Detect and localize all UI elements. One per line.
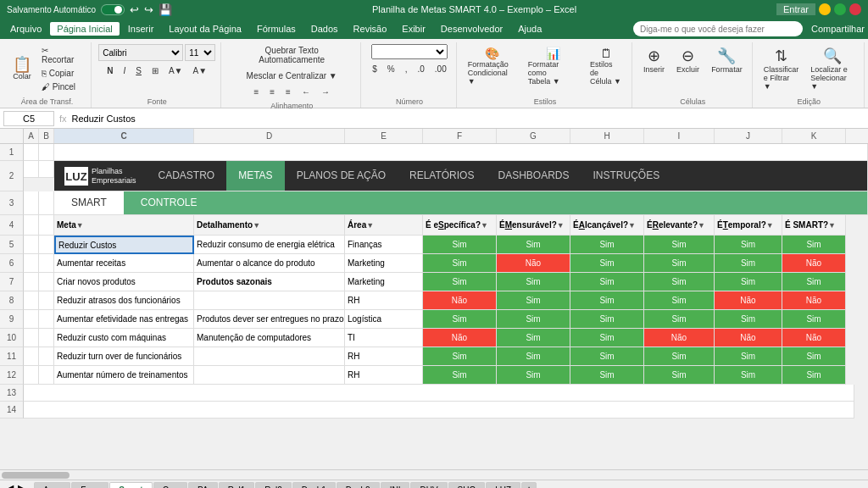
cell-a10[interactable] xyxy=(24,329,39,347)
cell-area-5[interactable]: Finanças xyxy=(345,236,423,254)
find-select-button[interactable]: 🔍 Localizar eSelecionar ▼ xyxy=(806,44,859,93)
minimize-button[interactable] xyxy=(819,3,831,15)
nav-instrucoes[interactable]: INSTRUÇÕES xyxy=(581,161,672,191)
indent-dec-button[interactable]: ← xyxy=(298,86,314,98)
menu-ajuda[interactable]: Ajuda xyxy=(511,22,548,36)
cell-men-12[interactable]: Sim xyxy=(497,366,570,385)
cell-rel-5[interactable]: Sim xyxy=(644,236,715,254)
cell-b10[interactable] xyxy=(39,329,54,347)
th-smart[interactable]: É SMART? ▼ xyxy=(782,215,846,236)
cell-sma-9[interactable]: Sim xyxy=(782,310,846,329)
menu-pagina-inicial[interactable]: Página Inicial xyxy=(50,22,119,36)
cell-b9[interactable] xyxy=(39,310,54,329)
nav-planos[interactable]: PLANOS DE AÇÃO xyxy=(285,161,398,191)
th-relevante[interactable]: É Relevante? ▼ xyxy=(644,215,715,236)
th-temporal[interactable]: É Temporal? ▼ xyxy=(715,215,782,236)
cell-esp-12[interactable]: Sim xyxy=(423,366,497,385)
undo-icon[interactable]: ↩ xyxy=(130,3,139,16)
cell-det-11[interactable] xyxy=(194,347,345,366)
cell-det-12[interactable] xyxy=(194,366,345,385)
cell-sma-8[interactable]: Não xyxy=(782,291,846,310)
cell-area-7[interactable]: Marketing xyxy=(345,273,423,291)
cell-a11[interactable] xyxy=(24,347,39,366)
align-right-button[interactable]: ≡ xyxy=(281,86,295,98)
cell-det-6[interactable]: Aumentar o alcance do produto xyxy=(194,254,345,273)
align-center-button[interactable]: ≡ xyxy=(265,86,279,98)
close-button[interactable] xyxy=(849,3,861,15)
format-as-table-button[interactable]: 📊 Formatar comoTabela ▼ xyxy=(524,44,582,88)
insert-cells-button[interactable]: ⊕ Inserir xyxy=(639,44,669,76)
cell-a8[interactable] xyxy=(24,291,39,310)
cell-sma-6[interactable]: Não xyxy=(782,254,846,273)
cell-b5[interactable] xyxy=(39,236,54,254)
cell-a4[interactable] xyxy=(24,215,39,236)
cell-reference-input[interactable] xyxy=(3,111,54,126)
horizontal-scrollbar[interactable] xyxy=(0,469,868,480)
cell-rel-10[interactable]: Não xyxy=(644,329,715,347)
cell-tem-9[interactable]: Sim xyxy=(715,310,782,329)
cell-tem-5[interactable]: Sim xyxy=(715,236,782,254)
copy-button[interactable]: ⎘ Copiar xyxy=(37,67,86,80)
cell-area-12[interactable]: RH xyxy=(345,366,423,385)
menu-inserir[interactable]: Inserir xyxy=(121,22,161,36)
wrap-text-button[interactable]: Quebrar Texto Automaticamente xyxy=(228,44,355,66)
tab-rel1[interactable]: Rel1 xyxy=(219,482,255,489)
cell-meta-6[interactable]: Aumentar receitas xyxy=(54,254,194,273)
cell-14[interactable] xyxy=(24,402,854,419)
format-cells-button[interactable]: 🔧 Formatar xyxy=(707,44,747,76)
cell-a1[interactable] xyxy=(24,144,39,161)
fill-color-button[interactable]: A▼ xyxy=(164,64,187,77)
cell-rel-8[interactable]: Sim xyxy=(644,291,715,310)
cell-meta-10[interactable]: Reduzir custo com máquinas xyxy=(54,329,194,347)
cell-area-6[interactable]: Marketing xyxy=(345,254,423,273)
scroll-tabs-right[interactable]: ▶ xyxy=(18,481,28,488)
cell-men-9[interactable]: Sim xyxy=(497,310,570,329)
align-left-button[interactable]: ≡ xyxy=(249,86,263,98)
cell-men-5[interactable]: Sim xyxy=(497,236,570,254)
nav-metas[interactable]: METAS xyxy=(226,161,284,191)
cell-det-5[interactable]: Reduzir consumo de energia elétrica xyxy=(194,236,345,254)
cell-det-9[interactable]: Produtos dever ser entregues no prazo xyxy=(194,310,345,329)
cell-alc-8[interactable]: Sim xyxy=(570,291,644,310)
italic-button[interactable]: I xyxy=(119,64,130,77)
formula-input[interactable] xyxy=(72,111,865,126)
dec-dec-button[interactable]: .00 xyxy=(431,63,451,75)
autosave-toggle[interactable] xyxy=(101,4,125,15)
tab-area[interactable]: Area xyxy=(34,482,70,489)
thousands-button[interactable]: , xyxy=(401,63,412,75)
cell-men-6[interactable]: Não xyxy=(497,254,570,273)
tab-func[interactable]: Func xyxy=(71,482,108,489)
nav-relatorios[interactable]: RELATÓRIOS xyxy=(398,161,486,191)
cell-area-8[interactable]: RH xyxy=(345,291,423,310)
filter-area[interactable]: ▼ xyxy=(366,221,374,230)
cell-meta-11[interactable]: Reduzir turn over de funcionários xyxy=(54,347,194,366)
tab-duv[interactable]: DUV xyxy=(410,482,447,489)
cell-alc-10[interactable]: Sim xyxy=(570,329,644,347)
cell-esp-5[interactable]: Sim xyxy=(423,236,497,254)
cell-meta-9[interactable]: Aumentar efetividade nas entregas xyxy=(54,310,194,329)
merge-center-button[interactable]: Mesclar e Centralizar ▼ xyxy=(242,69,342,82)
cell-det-7[interactable]: Produtos sazonais xyxy=(194,273,345,291)
cell-rel-7[interactable]: Sim xyxy=(644,273,715,291)
cell-meta-12[interactable]: Aumentar número de treinamentos xyxy=(54,366,194,385)
maximize-button[interactable] xyxy=(834,3,846,15)
cell-a3[interactable] xyxy=(24,191,39,215)
nav-cadastro[interactable]: CADASTRO xyxy=(146,161,226,191)
percent-button[interactable]: % xyxy=(383,63,399,75)
cell-a7[interactable] xyxy=(24,273,39,291)
tab-smart[interactable]: SMART xyxy=(54,191,124,215)
cell-tem-11[interactable]: Sim xyxy=(715,347,782,366)
cell-meta-8[interactable]: Reduzir atrasos dos funcionários xyxy=(54,291,194,310)
cell-a9[interactable] xyxy=(24,310,39,329)
conditional-format-button[interactable]: 🎨 FormataçãoCondicional ▼ xyxy=(464,44,520,88)
cell-meta-7[interactable]: Criar novos produtos xyxy=(54,273,194,291)
cell-sma-12[interactable]: Sim xyxy=(782,366,846,385)
menu-desenvolvedor[interactable]: Desenvolvedor xyxy=(434,22,509,36)
border-button[interactable]: ⊞ xyxy=(147,64,163,77)
cell-tem-12[interactable]: Sim xyxy=(715,366,782,385)
cell-tem-7[interactable]: Sim xyxy=(715,273,782,291)
cell-sma-5[interactable]: Sim xyxy=(782,236,846,254)
tab-controle[interactable]: CONTROLE xyxy=(124,191,214,215)
cell-area-11[interactable]: RH xyxy=(345,347,423,366)
cell-sma-10[interactable]: Não xyxy=(782,329,846,347)
